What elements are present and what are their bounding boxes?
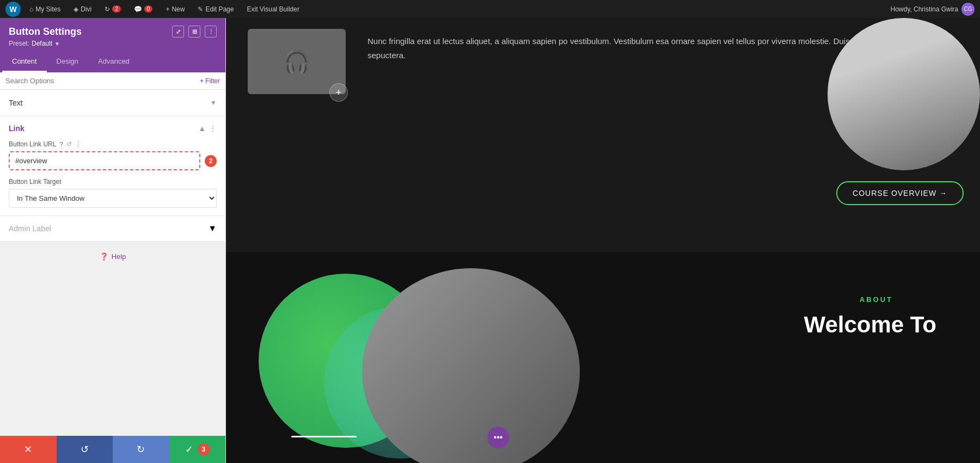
- admin-bar-updates[interactable]: ↻ 2: [100, 0, 125, 18]
- admin-bar: W ⌂ My Sites ◈ Divi ↻ 2 💬 0 + New ✎ Edit…: [0, 0, 980, 18]
- link-header-icons: ▲ ⋮: [198, 124, 217, 133]
- button-link-target-field: Button Link Target In The Same Window In…: [0, 178, 225, 215]
- redo-icon: ↻: [137, 443, 145, 455]
- three-dots-button[interactable]: •••: [487, 427, 509, 448]
- save-button[interactable]: ✓ 3: [169, 436, 226, 463]
- help-label: Help: [112, 252, 126, 261]
- help-row[interactable]: ❓ Help: [0, 242, 225, 271]
- panel-title-text: Button Settings: [9, 26, 82, 38]
- comment-icon: 💬: [134, 5, 142, 13]
- panel-tabs: Content Design Advanced: [0, 52, 225, 72]
- cancel-icon: ✕: [24, 443, 32, 455]
- undo-button[interactable]: ↺: [57, 436, 113, 463]
- plus-icon: +: [166, 5, 169, 13]
- white-line-decoration: [291, 436, 357, 437]
- button-link-url-field: Button Link URL ? ↺ ⋮ 2: [0, 140, 225, 178]
- edit-icon: ✎: [198, 5, 203, 13]
- admin-label-text: Admin Label: [9, 224, 51, 233]
- button-link-target-label: Button Link Target: [9, 178, 217, 186]
- avatar: CG: [961, 3, 975, 16]
- divi-icon: ◈: [74, 5, 78, 13]
- preview-bottom-section: ••• ABOUT Welcome To: [226, 252, 980, 463]
- course-overview-label: COURSE OVERVIEW →: [853, 189, 947, 197]
- step-2-badge: 2: [205, 155, 217, 167]
- mysites-icon: ⌂: [29, 5, 33, 13]
- wp-logo-icon[interactable]: W: [5, 2, 21, 17]
- main-area: Button Settings ⤢ ⊞ ⋮ Preset: Default ▼ …: [0, 18, 980, 463]
- admin-bar-new[interactable]: + New: [161, 0, 189, 18]
- panel-title-icons: ⤢ ⊞ ⋮: [172, 26, 217, 38]
- link-more-icon[interactable]: ⋮: [209, 124, 217, 133]
- about-label: ABOUT: [860, 295, 893, 304]
- link-section-label: Link: [9, 124, 24, 133]
- step-3-badge: 3: [198, 443, 210, 455]
- admin-bar-howdy: Howdy, Christina Gwira CG: [891, 3, 975, 16]
- panel-title: Button Settings ⤢ ⊞ ⋮: [9, 26, 217, 38]
- columns-icon[interactable]: ⊞: [188, 26, 200, 38]
- tab-advanced[interactable]: Advanced: [88, 52, 139, 72]
- button-link-url-input[interactable]: [9, 151, 200, 170]
- admin-bar-comments[interactable]: 💬 0: [130, 0, 157, 18]
- preset-value: Default: [32, 40, 52, 47]
- search-input[interactable]: [5, 77, 200, 85]
- preset-chevron-icon[interactable]: ▼: [54, 41, 60, 47]
- text-section-label: Text: [9, 98, 23, 107]
- headphones-image: 🎧: [248, 29, 346, 94]
- link-chevron-up-icon[interactable]: ▲: [198, 124, 206, 133]
- page-preview: 🎧 + Nunc fringilla erat ut lectus alique…: [226, 18, 980, 463]
- panel-content: Text ▼ Link ▲ ⋮ Button Link URL ?: [0, 90, 225, 436]
- search-bar: + Filter: [0, 72, 225, 90]
- help-circle-icon: ❓: [100, 252, 108, 261]
- filter-button[interactable]: + Filter: [200, 77, 220, 85]
- admin-bar-edit-page[interactable]: ✎ Edit Page: [193, 0, 238, 18]
- link-section-header: Link ▲ ⋮: [0, 116, 225, 140]
- more-icon[interactable]: ⋮: [75, 140, 82, 148]
- admin-bar-mysites[interactable]: ⌂ My Sites: [25, 0, 65, 18]
- undo-icon: ↺: [81, 443, 89, 455]
- admin-label-section[interactable]: Admin Label ▼: [0, 216, 225, 242]
- more-vertical-icon[interactable]: ⋮: [205, 26, 217, 38]
- admin-bar-exit-builder[interactable]: Exit Visual Builder: [242, 0, 304, 18]
- tab-design[interactable]: Design: [47, 52, 88, 72]
- reset-icon[interactable]: ↺: [66, 140, 72, 148]
- help-icon[interactable]: ?: [59, 141, 63, 147]
- cancel-button[interactable]: ✕: [0, 436, 57, 463]
- sync-icon: ↻: [105, 5, 110, 13]
- headphones-inner: 🎧: [248, 29, 346, 94]
- left-panel: Button Settings ⤢ ⊞ ⋮ Preset: Default ▼ …: [0, 18, 226, 463]
- course-overview-button[interactable]: COURSE OVERVIEW →: [836, 181, 964, 205]
- circle-inner: [828, 18, 980, 170]
- photo-circle: [362, 268, 580, 463]
- link-input-wrap: 2: [9, 151, 217, 170]
- link-section: Link ▲ ⋮ Button Link URL ? ↺ ⋮: [0, 116, 225, 216]
- welcome-text: Welcome To: [804, 312, 937, 338]
- tab-content[interactable]: Content: [2, 52, 47, 72]
- preview-circle-wrap: [806, 18, 980, 192]
- panel-preset: Preset: Default ▼: [9, 40, 217, 47]
- admin-chevron-icon: ▼: [208, 224, 217, 233]
- redo-button[interactable]: ↻: [113, 436, 169, 463]
- button-link-url-label: Button Link URL: [9, 140, 56, 148]
- admin-bar-divi[interactable]: ◈ Divi: [69, 0, 96, 18]
- three-dots-icon: •••: [494, 433, 503, 442]
- button-link-target-select[interactable]: In The Same Window In The New Tab: [9, 189, 217, 208]
- preview-circle-image: [828, 18, 980, 170]
- save-check-icon: ✓: [185, 443, 193, 455]
- text-chevron-icon: ▼: [210, 99, 217, 107]
- add-element-button[interactable]: +: [329, 83, 348, 102]
- text-section[interactable]: Text ▼: [0, 90, 225, 116]
- button-link-url-label-row: Button Link URL ? ↺ ⋮: [9, 140, 217, 148]
- resize-icon[interactable]: ⤢: [172, 26, 184, 38]
- preset-label: Preset:: [9, 40, 29, 47]
- panel-footer: ✕ ↺ ↻ ✓ 3: [0, 436, 225, 463]
- panel-header: Button Settings ⤢ ⊞ ⋮ Preset: Default ▼: [0, 18, 225, 52]
- preview-top-section: 🎧 + Nunc fringilla erat ut lectus alique…: [226, 18, 980, 252]
